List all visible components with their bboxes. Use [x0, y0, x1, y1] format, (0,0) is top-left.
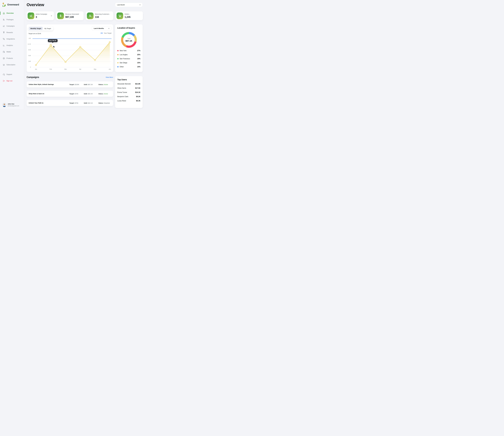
series-area [36, 42, 110, 67]
user-profile[interactable]: John Doe johndoe@gmail.com [2, 103, 19, 107]
avatar [2, 103, 6, 107]
range-selector[interactable]: Last 6 Months [92, 26, 112, 30]
sidebar-item-wallet[interactable]: Wallet [0, 50, 24, 54]
brand-logo: Greenward [0, 0, 24, 7]
stat-label: Revenue Generated [65, 13, 79, 15]
analytics-icon [3, 44, 5, 46]
legend-item: Los Angles 25% [117, 54, 140, 56]
campaigns-header: Campaigns View More [27, 76, 113, 79]
cursor-icon [53, 46, 55, 48]
megaphone-icon [28, 12, 34, 19]
campaigns-list: Unbox New Style, Unlock Savings Target: … [27, 82, 113, 109]
sidebar-nav: Overview Packages Campaigns Rewards Inte… [0, 11, 24, 83]
profile-name: John Doe [8, 103, 19, 105]
sidebar-item-label: Campaigns [6, 25, 15, 27]
greenward-logo-icon [2, 3, 6, 7]
monthly-target-card: Monthly Target My Target Target set on $… [27, 24, 113, 72]
box-icon [3, 57, 5, 59]
stat-label: Orders [125, 13, 131, 15]
user-row[interactable]: Lucas Reed $6.3K [117, 100, 140, 102]
stat-value: 3 [36, 16, 47, 18]
sidebar-item-sign-out[interactable]: Sign out [0, 79, 24, 83]
megaphone-nav-icon [3, 25, 5, 27]
dollar-icon [57, 12, 64, 19]
target-subtitle: Target set on $14K [28, 33, 41, 34]
x-axis-labels: Jan Feb Mar Apr May Jun [33, 68, 112, 70]
top-users-list: Alexander Bennett $21.8K Olivia Harris $… [117, 83, 140, 102]
stat-card-orders[interactable]: Orders 1,245 [115, 11, 143, 20]
sidebar-item-integrations[interactable]: Integrations [0, 37, 24, 41]
campaign-row[interactable]: Unlock Your Path to Target: $75K Sold: $… [27, 100, 113, 106]
period-selector-value: Last Month [117, 4, 125, 6]
legend-dot [117, 58, 119, 59]
stat-label: Active Campaign [36, 13, 47, 15]
sidebar-item-subscription[interactable]: Subscription [0, 63, 24, 66]
profile-email: johndoe@gmail.com [8, 105, 19, 107]
top-users-card: Top Users Alexander Bennett $21.8K Olivi… [115, 76, 143, 108]
sidebar-item-packages[interactable]: Packages [0, 18, 24, 21]
campaign-row[interactable]: Shop Now & Save on Target: $70K Sold: $8… [27, 91, 113, 97]
view-more-link[interactable]: View More [106, 76, 113, 78]
sidebar-item-label: Support [6, 73, 12, 75]
legend-dot [117, 50, 119, 51]
legend-item: San Francisco 19% [117, 58, 140, 60]
sidebar-item-label: Overview [6, 12, 14, 14]
medal-icon [3, 31, 5, 34]
tab-my-target[interactable]: My Target [43, 27, 53, 30]
sidebar-item-label: Analytics [6, 45, 13, 46]
sidebar-item-products[interactable]: Products [0, 57, 24, 60]
sidebar-item-overview[interactable]: Overview [0, 11, 24, 15]
sidebar-item-label: Subscription [6, 64, 15, 66]
location-legend: New York 27% Los Angles 25% San Francisc… [117, 50, 140, 68]
legend-dot [117, 66, 119, 67]
sign-out-icon [3, 80, 5, 82]
tab-monthly-target[interactable]: Monthly Target [29, 27, 43, 30]
period-selector[interactable]: Last Month [115, 3, 143, 7]
sidebar-item-label: Packages [6, 19, 13, 20]
user-row[interactable]: Alexander Bennett $21.8K [117, 83, 140, 85]
stat-value: 1,245 [125, 16, 131, 18]
chevron-down-icon[interactable] [51, 15, 52, 17]
app-window: Greenward Overview Packages Campaigns Re… [0, 0, 145, 109]
page-title: Overview [27, 2, 44, 7]
headset-icon [3, 73, 5, 76]
location-of-buyers-card: Location of buyers Total $97.1K New York… [115, 24, 143, 72]
stat-value: $97,100 [65, 16, 79, 18]
campaigns-title: Campaigns [27, 76, 39, 79]
sidebar-item-support[interactable]: Support [0, 73, 24, 76]
chevron-down-icon [139, 4, 141, 6]
sidebar-item-campaigns[interactable]: Campaigns [0, 24, 24, 28]
stat-card-revenue[interactable]: Revenue Generated $97,100 [56, 11, 84, 20]
git-compare-icon [3, 38, 5, 40]
top-users-title: Top Users [117, 79, 140, 81]
returning-user-icon [87, 12, 93, 19]
sidebar-item-label: Wallet [6, 51, 11, 53]
sidebar-item-label: Rewards [6, 32, 13, 33]
user-row[interactable]: Olivia Harris $17.5K [117, 87, 140, 89]
campaign-row[interactable]: Unbox New Style, Unlock Savings Target: … [27, 82, 113, 87]
user-row[interactable]: Benjamin Clark $9.2K [117, 96, 140, 98]
legend-item: San Diego 15% [117, 62, 140, 64]
donut-total-label: Total [127, 38, 131, 39]
sidebar: Greenward Overview Packages Campaigns Re… [0, 0, 24, 109]
brand-name: Greenward [7, 3, 19, 6]
user-row[interactable]: Emma Turner $14.1K [117, 91, 140, 93]
target-tabs: Monthly Target My Target [28, 26, 53, 30]
chevron-down-icon [108, 28, 110, 29]
legend-item: Other 14% [117, 66, 140, 68]
chart-legend: Your Target [101, 32, 112, 34]
legend-item: New York 27% [117, 50, 140, 52]
home-icon [3, 12, 5, 14]
sidebar-item-rewards[interactable]: Rewards [0, 31, 24, 34]
stat-value: 134 [95, 16, 109, 18]
stat-card-active-campaign[interactable]: Active Campaign 3 [27, 11, 54, 20]
location-title: Location of buyers [117, 27, 140, 29]
line-chart[interactable] [33, 38, 112, 67]
target-line-label: Your Target [104, 32, 112, 34]
legend-dot [117, 62, 119, 63]
stat-label: Returning Customers [95, 13, 109, 15]
donut-center: Total $97.1K [123, 34, 135, 46]
sidebar-item-analytics[interactable]: Analytics [0, 44, 24, 47]
stat-card-returning-customers[interactable]: Returning Customers 134 [86, 11, 113, 20]
main-content: Overview Last Month Active Campaign 3 [24, 0, 145, 109]
